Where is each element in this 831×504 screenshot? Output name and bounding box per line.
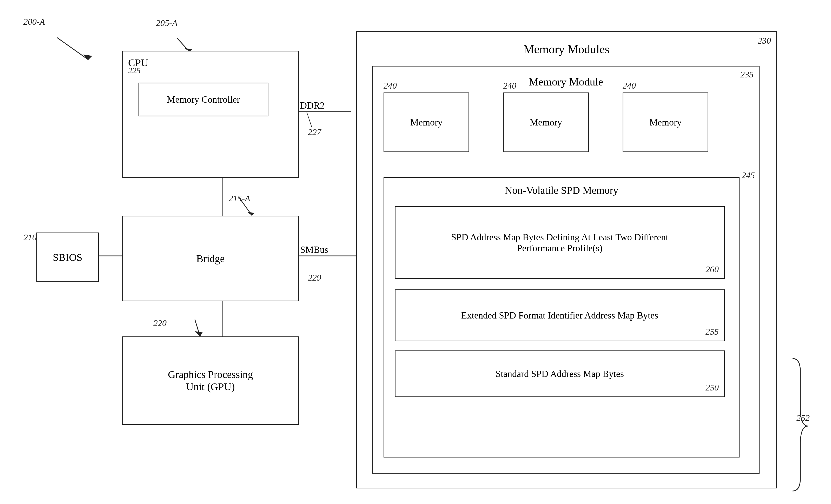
- memory2-box: Memory: [503, 92, 589, 152]
- memory-module-title: Memory Module: [529, 76, 603, 88]
- memory1-group: 240 Memory: [383, 92, 469, 152]
- ref-235: 235: [740, 70, 753, 80]
- memory2-group: 240 Memory: [503, 92, 589, 152]
- ref-252: 252: [797, 413, 810, 423]
- bridge-label: Bridge: [196, 253, 225, 265]
- svg-line-2: [177, 38, 190, 52]
- svg-marker-11: [247, 212, 255, 216]
- smbus-label: SMBus: [300, 244, 328, 255]
- ref-250: 250: [706, 383, 719, 392]
- bridge-box: Bridge: [122, 216, 299, 301]
- ref-215a: 215-A: [229, 194, 250, 203]
- ref-260: 260: [706, 264, 719, 274]
- memory-controller-box: Memory Controller: [139, 83, 268, 116]
- memory3-group: 240 Memory: [623, 92, 708, 152]
- memory2-label: Memory: [530, 117, 562, 128]
- svg-line-0: [57, 38, 88, 60]
- ddr2-label: DDR2: [300, 100, 324, 111]
- nvspd-title: Non-Volatile SPD Memory: [505, 184, 618, 197]
- memory-module-box: 235 Memory Module 240 Memory 240 Memory: [372, 66, 760, 474]
- ref-255: 255: [706, 327, 719, 337]
- sbios-box: SBIOS: [36, 233, 99, 282]
- standard-spd-box: Standard SPD Address Map Bytes 250: [395, 351, 725, 397]
- gpu-label: Graphics Processing Unit (GPU): [168, 368, 253, 393]
- ref-240-3: 240: [623, 81, 636, 91]
- ref-229: 229: [308, 273, 321, 283]
- svg-marker-1: [83, 55, 92, 60]
- standard-spd-label: Standard SPD Address Map Bytes: [493, 366, 627, 382]
- svg-line-8: [307, 112, 312, 127]
- svg-line-12: [195, 320, 200, 336]
- sbios-label: SBIOS: [53, 251, 82, 263]
- spd-address-label: SPD Address Map Bytes Defining At Least …: [449, 229, 671, 256]
- gpu-box: Graphics Processing Unit (GPU): [122, 336, 299, 425]
- svg-marker-13: [195, 331, 203, 336]
- ref-225: 225: [128, 66, 141, 75]
- extended-spd-box: Extended SPD Format Identifier Address M…: [395, 289, 725, 342]
- memory3-box: Memory: [623, 92, 708, 152]
- ref-200a: 200-A: [23, 17, 45, 27]
- nvspd-box: Non-Volatile SPD Memory SPD Address Map …: [383, 177, 740, 457]
- memory1-box: Memory: [383, 92, 469, 152]
- memory-controller-label: Memory Controller: [167, 94, 240, 105]
- memory3-label: Memory: [649, 117, 682, 128]
- ref-245: 245: [742, 171, 755, 180]
- ref-227: 227: [308, 127, 321, 137]
- memory-modules-title: Memory Modules: [524, 42, 610, 56]
- ref-230: 230: [758, 36, 771, 46]
- ref-220: 220: [153, 318, 167, 328]
- extended-spd-label: Extended SPD Format Identifier Address M…: [459, 307, 661, 323]
- memory1-label: Memory: [410, 117, 442, 128]
- memory-modules-outer-box: 230 Memory Modules 235 Memory Module 240…: [356, 31, 777, 488]
- cpu-box: CPU 225 Memory Controller: [122, 51, 299, 178]
- ref-240-2: 240: [503, 81, 516, 91]
- ref-240-1: 240: [383, 81, 397, 91]
- ref-210: 210: [23, 233, 37, 242]
- ref-205a: 205-A: [156, 18, 177, 28]
- spd-address-box: SPD Address Map Bytes Defining At Least …: [395, 206, 725, 279]
